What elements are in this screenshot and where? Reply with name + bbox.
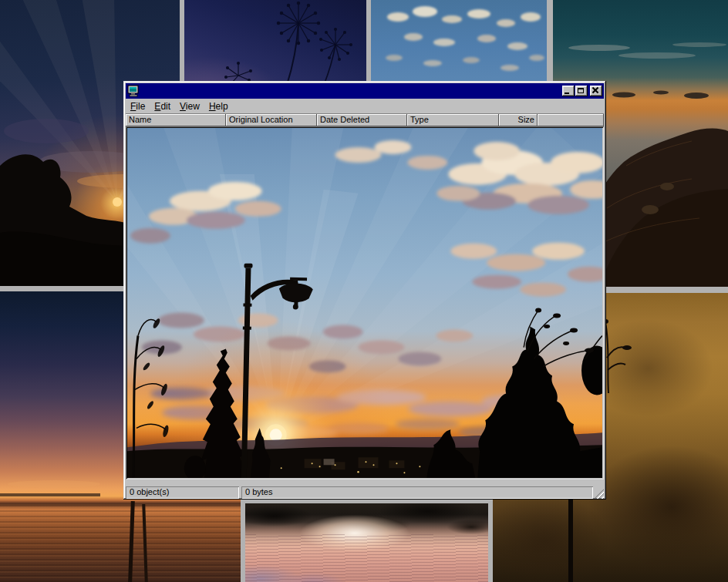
minimize-button[interactable] <box>562 86 575 96</box>
column-header-row: Name Original Location Date Deleted Type… <box>126 113 604 126</box>
maximize-icon <box>578 88 584 93</box>
column-header-name[interactable]: Name <box>126 114 226 126</box>
minimize-icon <box>565 93 569 94</box>
wallpaper-photo-water-reflections <box>245 503 488 582</box>
computer-monitor-icon <box>127 85 140 97</box>
menu-view[interactable]: View <box>175 99 204 113</box>
status-bar: 0 object(s) 0 bytes <box>126 479 604 499</box>
wallpaper-photo-dried-plant-silhouettes <box>184 0 366 85</box>
column-header-blank[interactable] <box>538 114 604 126</box>
ripple-line-texture <box>245 534 488 582</box>
sky-clouds-art <box>371 0 547 85</box>
maximize-button[interactable] <box>575 86 588 96</box>
status-object-count: 0 object(s) <box>126 486 239 499</box>
close-button[interactable] <box>590 86 602 96</box>
plant-silhouette-art <box>184 0 366 85</box>
desktop: File Edit View Help Name Original Locati… <box>0 0 728 582</box>
status-bytes: 0 bytes <box>241 486 593 499</box>
column-header-type[interactable]: Type <box>407 114 499 126</box>
wallpaper-photo-blue-sky-clouds <box>371 0 547 85</box>
menu-file[interactable]: File <box>126 99 150 113</box>
column-header-original-location[interactable]: Original Location <box>226 114 317 126</box>
file-list-view[interactable] <box>126 126 604 479</box>
menu-bar: File Edit View Help <box>126 99 604 113</box>
menu-help[interactable]: Help <box>204 99 233 113</box>
title-bar[interactable] <box>126 83 604 99</box>
close-icon <box>592 87 598 93</box>
recycle-bin-window: File Edit View Help Name Original Locati… <box>123 81 606 500</box>
column-header-date-deleted[interactable]: Date Deleted <box>317 114 407 126</box>
column-header-size[interactable]: Size <box>499 114 538 126</box>
menu-edit[interactable]: Edit <box>150 99 175 113</box>
resize-grip[interactable] <box>594 489 604 499</box>
folder-background-photo <box>127 128 602 478</box>
